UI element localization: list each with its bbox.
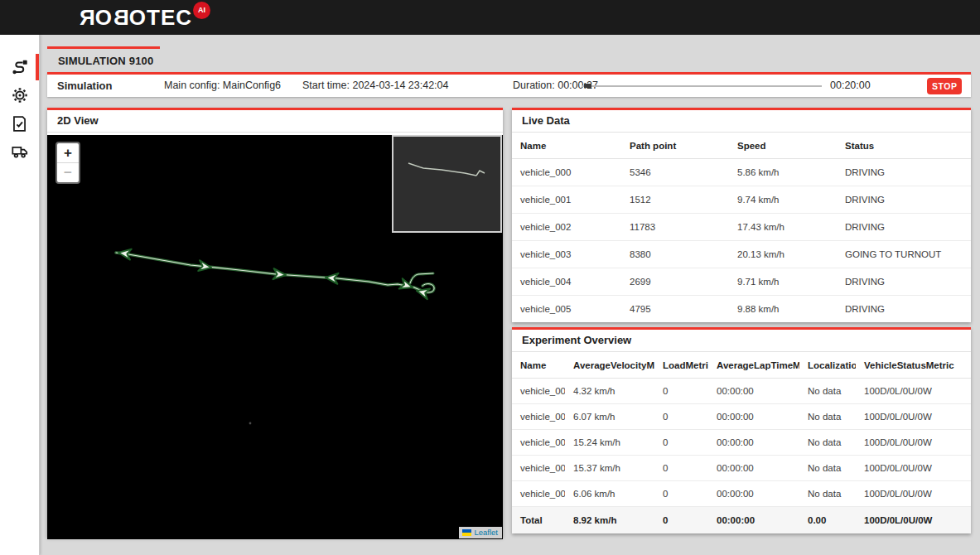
table-cell: vehicle_003 (512, 456, 565, 481)
table-cell: 100D/0L/0U/0W (856, 456, 971, 481)
table-cell: 0 (654, 507, 708, 534)
table-row: vehicle_0046.06 km/h000:00:00No data100D… (512, 481, 971, 507)
table-cell: No data (799, 430, 856, 456)
table-cell: vehicle_001 (512, 186, 621, 214)
table-row: vehicle_0016.07 km/h000:00:00No data100D… (512, 404, 971, 430)
table-cell: 2699 (621, 268, 729, 296)
column-header: Name (512, 352, 565, 379)
experiment-overview-panel: Experiment Overview NameAverageVelocityM… (512, 327, 971, 533)
table-cell: 0 (654, 456, 708, 481)
live-data-table: NamePath pointSpeedStatus vehicle_000534… (512, 133, 971, 322)
table-cell: vehicle_001 (512, 404, 565, 430)
map-2d-view[interactable]: + − (47, 135, 503, 539)
ukraine-flag-icon (462, 529, 471, 536)
start-time-label: Start time: 2024-03-14 23:42:04 (302, 75, 449, 97)
column-header: AverageVelocityMetric (565, 352, 654, 379)
experiment-overview-title: Experiment Overview (512, 330, 971, 352)
document-check-icon (11, 115, 28, 133)
column-header: Localization (799, 352, 856, 379)
table-cell: DRIVING (837, 268, 971, 296)
zoom-in-button[interactable]: + (57, 143, 79, 162)
table-cell: No data (799, 481, 856, 507)
table-cell: 100D/0L/0U/0W (856, 379, 971, 404)
table-row: vehicle_00115129.74 km/hDRIVING (512, 186, 971, 214)
duration-slider-thumb[interactable] (584, 84, 591, 88)
logo-text: ROBOTEC (79, 0, 192, 35)
stop-button[interactable]: STOP (927, 78, 962, 94)
table-cell: 4795 (621, 296, 729, 323)
table-cell: 00:00:00 (708, 507, 799, 534)
column-header: Status (837, 133, 971, 159)
table-cell: 20.13 km/h (729, 241, 837, 268)
zoom-out-button[interactable]: − (57, 162, 79, 182)
table-cell: 0 (654, 379, 708, 404)
table-cell: DRIVING (837, 159, 971, 186)
sidebar-item-vehicles[interactable] (0, 138, 39, 166)
table-cell: vehicle_005 (512, 296, 621, 323)
gear-icon (11, 86, 29, 104)
table-cell: 9.88 km/h (729, 296, 837, 323)
table-cell: 11783 (621, 214, 729, 241)
table-cell: 00:00:00 (708, 379, 799, 404)
table-cell: 6.06 km/h (565, 481, 654, 507)
table-cell: 1512 (621, 186, 729, 214)
table-cell: DRIVING (837, 296, 971, 323)
column-header: LoadMetric (654, 352, 708, 379)
duration-slider[interactable] (582, 85, 822, 87)
table-cell: 00:00:00 (708, 481, 799, 507)
table-row: vehicle_00426999.71 km/hDRIVING (512, 268, 971, 296)
minimap-path (393, 137, 500, 231)
table-cell: vehicle_000 (512, 159, 621, 186)
table-cell: 9.71 km/h (729, 268, 837, 296)
table-row: vehicle_00215.24 km/h000:00:00No data100… (512, 430, 971, 456)
table-cell: vehicle_000 (512, 379, 565, 404)
table-cell: 0.00 (799, 507, 856, 534)
table-cell: 8380 (621, 241, 729, 268)
sidebar-item-settings[interactable] (0, 81, 39, 109)
live-data-header-row: NamePath pointSpeedStatus (512, 133, 971, 159)
table-cell: 15.37 km/h (565, 456, 654, 481)
map-zoom-control: + − (56, 142, 80, 184)
map-panel-title: 2D View (47, 110, 503, 133)
table-row: vehicle_00547959.88 km/hDRIVING (512, 296, 971, 323)
table-cell: DRIVING (837, 186, 971, 214)
table-cell: 15.24 km/h (565, 430, 654, 456)
sidebar-item-reports[interactable] (0, 109, 39, 138)
simulation-bar: Simulation Main config: MainConfig6 Star… (47, 72, 971, 97)
simulation-tab[interactable]: SIMULATION 9100 (47, 46, 160, 67)
table-cell: 0 (654, 430, 708, 456)
table-row: vehicle_0004.32 km/h000:00:00No data100D… (512, 379, 971, 404)
map-attribution: Leaflet (459, 527, 502, 538)
truck-icon (11, 142, 29, 161)
robotec-logo: ROBOTEC AI (79, 0, 210, 35)
column-header: Name (512, 133, 621, 159)
table-cell: vehicle_004 (512, 481, 565, 507)
column-header: AverageLapTimeMetric (708, 352, 799, 379)
live-data-panel: Live Data NamePath pointSpeedStatus vehi… (512, 108, 971, 322)
table-cell: 00:00:00 (708, 404, 799, 430)
table-cell: vehicle_002 (512, 430, 565, 456)
table-cell: 6.07 km/h (565, 404, 654, 430)
column-header: Path point (621, 133, 729, 159)
table-cell: vehicle_004 (512, 268, 621, 296)
simulation-bar-title: Simulation (57, 75, 112, 97)
simulation-tab-label: SIMULATION 9100 (58, 55, 153, 67)
table-cell: 100D/0L/0U/0W (856, 507, 971, 534)
sidebar-item-routes[interactable] (0, 53, 39, 81)
table-cell: 0 (654, 481, 708, 507)
logo-ai-badge: AI (193, 2, 210, 19)
table-cell: No data (799, 404, 856, 430)
table-cell: No data (799, 456, 856, 481)
topbar: ROBOTEC AI (0, 0, 980, 35)
minimap-inset[interactable] (392, 135, 502, 233)
experiment-overview-header-row: NameAverageVelocityMetricLoadMetricAvera… (512, 352, 971, 379)
leaflet-attribution-link[interactable]: Leaflet (474, 528, 498, 537)
total-time-label: 00:20:00 (830, 75, 871, 97)
table-cell: Total (512, 507, 565, 534)
column-header: VehicleStatusMetric (856, 352, 971, 379)
table-row: vehicle_0021178317.43 km/hDRIVING (512, 214, 971, 241)
table-cell: GOING TO TURNOUT (837, 241, 971, 268)
table-cell: vehicle_003 (512, 241, 621, 268)
table-cell: 4.32 km/h (565, 379, 654, 404)
table-cell: 5346 (621, 159, 729, 186)
